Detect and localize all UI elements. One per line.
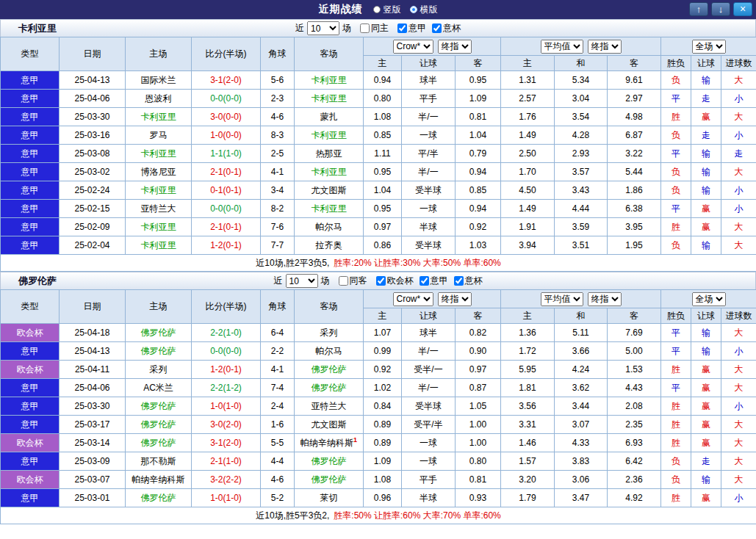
ah-home-odds: 0.92: [364, 361, 402, 379]
bookmaker-odds-type-select[interactable]: 终指: [438, 292, 472, 306]
bookmaker-select[interactable]: Crow*: [393, 292, 433, 306]
away-team: 佛罗伦萨: [295, 361, 364, 379]
sub-header-avg-away: 客: [608, 56, 661, 71]
score: 0-0(0-0): [192, 200, 261, 218]
league-checkbox[interactable]: [397, 23, 407, 33]
layout-radio[interactable]: 竖版: [373, 4, 401, 16]
avg-away-odds: 3.22: [608, 145, 661, 163]
ah-away-odds: 0.80: [456, 452, 501, 471]
league-label: 意杯: [443, 22, 461, 35]
scope-select[interactable]: 全场: [692, 292, 726, 306]
home-team-name: 佛罗伦萨: [141, 419, 176, 430]
ah-home-odds: 0.89: [364, 434, 402, 452]
close-button[interactable]: ×: [733, 2, 752, 16]
asian-odds-group: Crow*终指: [364, 37, 501, 56]
result-outcome: 负: [661, 163, 691, 181]
avg-draw-odds: 3.83: [555, 452, 608, 471]
home-team: 卡利亚里: [126, 236, 192, 255]
result-handicap: 输: [691, 342, 721, 361]
result-handicap: 输: [691, 471, 721, 489]
average-select[interactable]: 平均值: [541, 292, 583, 306]
away-team: 卡利亚里: [295, 200, 364, 218]
league-filter[interactable]: 欧会杯: [376, 275, 414, 287]
avg-home-odds: 2.57: [501, 90, 555, 108]
matches-table: 类型 日期 主场 比分(半场) 角球 客场 Crow*终指 平均值终指 全场: [0, 289, 756, 524]
away-team: 帕纳辛纳科斯1: [295, 434, 364, 452]
avg-away-odds: 4.98: [608, 108, 661, 126]
match-row: 意甲 25-02-04 卡利亚里 1-2(0-1) 7-7 拉齐奥 0.86 受…: [1, 236, 756, 255]
red-card-flag: 1: [353, 436, 357, 444]
ah-away-odds: 0.92: [456, 218, 501, 236]
away-team: 佛罗伦萨: [295, 471, 364, 489]
same-venue-filter[interactable]: 同客: [339, 275, 367, 287]
avg-away-odds: 2.36: [608, 471, 661, 489]
match-row: 欧会杯 25-03-07 帕纳辛纳科斯 3-2(2-2) 4-6 佛罗伦萨 1.…: [1, 471, 756, 489]
col-header-type: 类型: [1, 290, 60, 324]
home-team-name: 卡利亚里: [141, 185, 176, 195]
recent-count-select[interactable]: 10: [307, 21, 339, 35]
average-odds-type-select[interactable]: 终指: [588, 292, 622, 306]
avg-home-odds: 3.20: [501, 471, 555, 489]
result-handicap: 输: [691, 163, 721, 181]
avg-away-odds: 2.35: [608, 416, 661, 434]
average-select[interactable]: 平均值: [541, 40, 583, 54]
league-checkbox[interactable]: [432, 23, 442, 33]
away-team-name: 帕纳辛纳科斯: [300, 438, 353, 448]
away-team-name: 尤文图斯: [312, 185, 347, 195]
result-handicap: 输: [691, 181, 721, 200]
league-filter[interactable]: 意杯: [432, 22, 461, 35]
average-odds-type-select[interactable]: 终指: [588, 40, 622, 54]
result-handicap: 走: [691, 126, 721, 145]
league-filter[interactable]: 意甲: [420, 275, 448, 287]
home-team: 佛罗伦萨: [126, 416, 192, 434]
same-venue-checkbox[interactable]: [360, 23, 370, 33]
section-header: 佛罗伦萨 近 10 场 同客 欧会杯意甲意杯: [0, 272, 756, 289]
scroll-up-button[interactable]: ↑: [689, 2, 708, 16]
score: 1-1(1-0): [192, 145, 261, 163]
ah-away-odds: 0.94: [456, 200, 501, 218]
away-team: 卡利亚里: [295, 90, 364, 108]
home-team: 卡利亚里: [126, 181, 192, 200]
away-team-name: 帕尔马: [316, 222, 342, 232]
bookmaker-odds-type-select[interactable]: 终指: [438, 40, 472, 54]
score: 2-2(1-2): [192, 379, 261, 397]
ah-handicap-line: 平手: [402, 471, 456, 489]
result-handicap: 输: [691, 71, 721, 90]
league-filter[interactable]: 意杯: [454, 275, 483, 287]
league-checkbox[interactable]: [420, 276, 429, 286]
ah-away-odds: 1.03: [456, 236, 501, 255]
avg-home-odds: 4.50: [501, 181, 555, 200]
bookmaker-select[interactable]: Crow*: [393, 40, 433, 54]
home-team: 博洛尼亚: [126, 163, 192, 181]
scroll-down-button[interactable]: ↓: [711, 2, 730, 16]
ah-home-odds: 0.80: [364, 90, 402, 108]
corners: 2-3: [261, 90, 295, 108]
league-filter[interactable]: 意甲: [397, 22, 426, 35]
matches-label: 场: [321, 275, 330, 287]
ah-home-odds: 1.08: [364, 108, 402, 126]
radio-icon: [410, 6, 417, 13]
same-venue-label: 同主: [371, 22, 389, 35]
league-checkbox[interactable]: [376, 276, 386, 286]
matches-table: 类型 日期 主场 比分(半场) 角球 客场 Crow*终指 平均值终指 全场: [0, 37, 756, 272]
result-goals: 小: [721, 489, 756, 507]
layout-switch: 竖版横版: [373, 4, 438, 16]
league-checkbox[interactable]: [454, 276, 464, 286]
result-goals: 大: [721, 163, 756, 181]
score: 3-0(2-0): [192, 416, 261, 434]
home-team: 恩波利: [126, 90, 192, 108]
ah-handicap-line: 受半球: [402, 181, 456, 200]
layout-radio[interactable]: 横版: [410, 4, 438, 16]
summary-record: 近10场,胜2平3负5,: [256, 258, 329, 268]
recent-count-select[interactable]: 10: [286, 274, 318, 288]
avg-draw-odds: 3.07: [555, 416, 608, 434]
ah-handicap-line: 半/一: [402, 342, 456, 361]
result-goals: 小: [721, 181, 756, 200]
same-venue-checkbox[interactable]: [339, 276, 348, 286]
same-venue-filter[interactable]: 同主: [360, 22, 389, 35]
away-team: 尤文图斯: [295, 181, 364, 200]
result-outcome: 负: [661, 236, 691, 255]
result-goals: 大: [721, 471, 756, 489]
scope-select[interactable]: 全场: [692, 40, 726, 54]
score: 1-2(0-1): [192, 236, 261, 255]
